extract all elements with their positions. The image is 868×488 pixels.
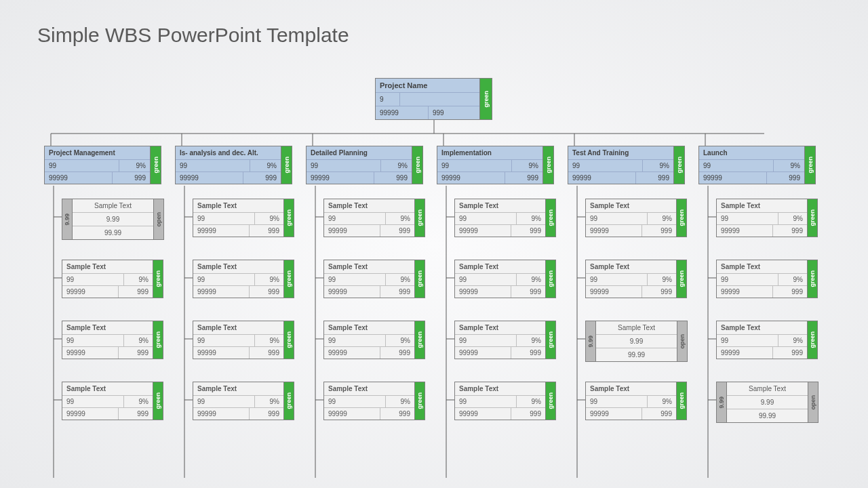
leaf-d: 999 bbox=[250, 225, 283, 237]
leaf-b: 9% bbox=[255, 274, 283, 285]
leaf-a: 99 bbox=[586, 274, 648, 285]
leaf-d: 999 bbox=[773, 286, 807, 298]
leaf-a: 99 bbox=[324, 213, 386, 224]
branch-title: Project Management bbox=[45, 146, 150, 160]
status-tab: green bbox=[284, 260, 294, 298]
root-v2: 99999 bbox=[376, 106, 429, 119]
leaf-node-open: 9.99 Sample Text 9.99 99.99 open bbox=[62, 199, 164, 240]
status-tab: green bbox=[677, 260, 687, 298]
leaf-b: 9% bbox=[386, 274, 414, 285]
leaf-title: Sample Text bbox=[717, 260, 807, 274]
leaf-b: 9% bbox=[517, 335, 545, 346]
leaf-c: 99999 bbox=[717, 347, 773, 359]
branch-title: Detailed Planning bbox=[307, 146, 412, 160]
status-tab: green bbox=[153, 260, 163, 298]
wbs-chart: Project Name 9 99999999 green Project Ma… bbox=[44, 78, 824, 478]
left-tab: 9.99 bbox=[585, 321, 595, 362]
leaf-d: 999 bbox=[773, 225, 807, 237]
leaf-b: 9% bbox=[778, 274, 807, 285]
status-tab: green bbox=[281, 146, 292, 184]
leaf-d: 999 bbox=[119, 286, 153, 298]
status-tab: green bbox=[808, 260, 818, 298]
leaf-node: Sample Text 999% 99999999 green bbox=[62, 321, 163, 359]
status-tab: green bbox=[284, 199, 294, 237]
leaf-node: Sample Text 999% 99999999 green bbox=[62, 260, 163, 298]
leaf-node: Sample Text 999% 99999999 green bbox=[454, 260, 556, 298]
status-tab: green bbox=[546, 199, 556, 237]
leaf-b: 9% bbox=[648, 213, 676, 224]
leaf-b: 9% bbox=[517, 213, 545, 224]
status-tab: green bbox=[284, 382, 294, 420]
branch-a: 99 bbox=[699, 160, 774, 171]
leaf-title: Sample Text bbox=[62, 321, 153, 335]
leaf-title: Sample Text bbox=[62, 382, 153, 396]
branch-b: 9% bbox=[119, 160, 150, 171]
right-tab: open bbox=[677, 321, 688, 362]
leaf-a: 99 bbox=[324, 274, 386, 285]
leaf-v2: 99.99 bbox=[727, 409, 808, 422]
leaf-node: Sample Text 999% 99999999 green bbox=[454, 382, 556, 420]
leaf-node: Sample Text 999% 99999999 green bbox=[716, 321, 818, 359]
leaf-c: 99999 bbox=[586, 408, 642, 420]
branch-c: 99999 bbox=[176, 172, 243, 184]
leaf-d: 999 bbox=[511, 347, 545, 359]
leaf-title: Sample Text bbox=[324, 382, 414, 396]
leaf-a: 99 bbox=[455, 274, 517, 285]
leaf-node: Sample Text 999% 99999999 green bbox=[193, 382, 294, 420]
leaf-c: 99999 bbox=[586, 286, 642, 298]
root-v1: 9 bbox=[376, 93, 400, 106]
branch-b: 9% bbox=[250, 160, 281, 171]
branch-d: 999 bbox=[374, 172, 412, 184]
status-tab: green bbox=[546, 321, 556, 359]
leaf-v1: 9.99 bbox=[73, 213, 153, 226]
leaf-a: 99 bbox=[193, 274, 255, 285]
leaf-c: 99999 bbox=[586, 225, 642, 237]
leaf-b: 9% bbox=[648, 274, 676, 285]
leaf-b: 9% bbox=[124, 274, 153, 285]
leaf-title: Sample Text bbox=[455, 382, 545, 396]
leaf-a: 99 bbox=[324, 396, 386, 407]
branch-node: Test And Training 999% 99999999 green bbox=[568, 146, 685, 184]
leaf-a: 99 bbox=[193, 396, 255, 407]
branch-a: 99 bbox=[45, 160, 119, 171]
leaf-v1: 9.99 bbox=[596, 335, 677, 348]
status-tab: green bbox=[543, 146, 554, 184]
leaf-v1: 9.99 bbox=[727, 396, 808, 409]
status-tab: green bbox=[808, 321, 818, 359]
root-v3: 999 bbox=[429, 106, 448, 119]
leaf-node-open: 9.99 Sample Text 9.99 99.99 open bbox=[585, 321, 688, 362]
leaf-title: Sample Text bbox=[193, 199, 283, 213]
status-tab: green bbox=[808, 199, 818, 237]
status-tab: green bbox=[546, 382, 556, 420]
leaf-title: Sample Text bbox=[455, 260, 545, 274]
leaf-title: Sample Text bbox=[324, 260, 414, 274]
leaf-c: 99999 bbox=[193, 286, 250, 298]
branch-node: Detailed Planning 999% 99999999 green bbox=[306, 146, 423, 184]
status-tab: green bbox=[284, 321, 294, 359]
status-tab: green bbox=[415, 260, 425, 298]
status-tab: green bbox=[151, 146, 161, 184]
status-tab: green bbox=[415, 199, 425, 237]
branch-d: 999 bbox=[243, 172, 281, 184]
leaf-node: Sample Text 999% 99999999 green bbox=[323, 382, 425, 420]
leaf-b: 9% bbox=[124, 396, 153, 407]
leaf-a: 99 bbox=[62, 335, 124, 346]
leaf-c: 99999 bbox=[455, 347, 511, 359]
status-tab: green bbox=[415, 382, 425, 420]
status-tab: green bbox=[677, 382, 687, 420]
leaf-c: 99999 bbox=[455, 408, 511, 420]
leaf-title: Sample Text bbox=[596, 321, 677, 335]
leaf-node: Sample Text 999% 99999999 green bbox=[716, 260, 818, 298]
right-tab: open bbox=[808, 382, 818, 423]
leaf-node: Sample Text 999% 99999999 green bbox=[323, 260, 425, 298]
branch-title: Is- analysis and dec. Alt. bbox=[176, 146, 281, 160]
branch-title: Test And Training bbox=[568, 146, 673, 160]
right-tab: open bbox=[154, 199, 164, 240]
branch-node: Is- analysis and dec. Alt. 999% 99999999… bbox=[175, 146, 292, 184]
branch-node: Launch 999% 99999999 green bbox=[698, 146, 816, 184]
leaf-a: 99 bbox=[586, 213, 648, 224]
leaf-d: 999 bbox=[380, 225, 414, 237]
branch-b: 9% bbox=[774, 160, 804, 171]
branch-d: 999 bbox=[505, 172, 542, 184]
branch-d: 999 bbox=[636, 172, 673, 184]
